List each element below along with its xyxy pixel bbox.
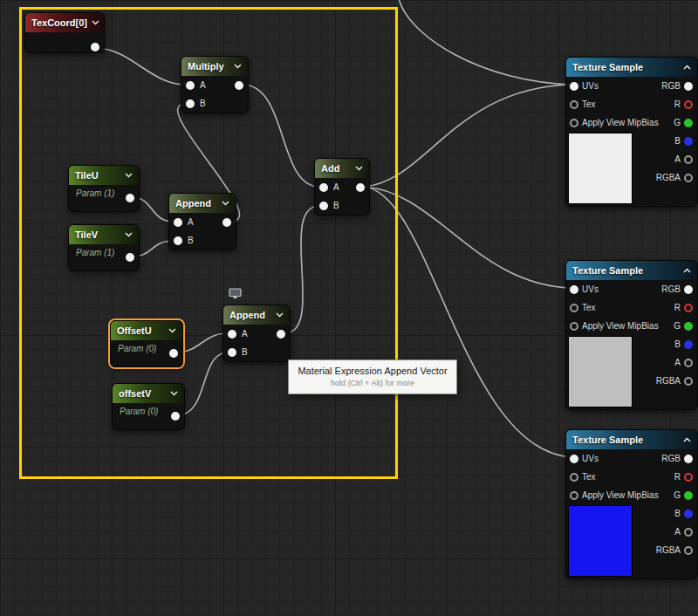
texture-preview[interactable]	[568, 336, 633, 407]
node-header[interactable]: offsetV	[113, 384, 184, 403]
output-pin-rgba[interactable]	[684, 546, 693, 555]
node-texture-sample-3[interactable]: Texture Sample UVs RGB Tex R Apply View …	[565, 429, 698, 579]
node-header[interactable]: TexCoord[0]	[25, 13, 104, 32]
texture-preview[interactable]	[568, 505, 633, 577]
node-header[interactable]: TileU	[69, 166, 139, 185]
output-pin-rgba[interactable]	[684, 377, 693, 386]
input-pin-tex[interactable]	[570, 473, 578, 482]
pin-row-b: B	[181, 94, 248, 113]
input-pin-mipbias[interactable]	[570, 491, 578, 500]
node-header[interactable]: Texture Sample	[566, 430, 697, 449]
input-pin-b[interactable]	[228, 348, 236, 357]
pin-label-rgb: RGB	[661, 284, 681, 294]
pin-row-a: A	[223, 325, 290, 343]
output-pin-r[interactable]	[684, 473, 693, 482]
pin-label-a: A	[242, 329, 248, 339]
input-pin-tex[interactable]	[570, 100, 578, 109]
input-pin-b[interactable]	[174, 236, 182, 245]
output-pin-a[interactable]	[684, 528, 693, 537]
output-pin-rgb[interactable]	[684, 285, 693, 294]
node-texcoord[interactable]: TexCoord[0]	[24, 12, 105, 53]
chevron-down-icon[interactable]	[222, 201, 229, 206]
output-pin-b[interactable]	[684, 510, 693, 518]
output-pin[interactable]	[235, 81, 243, 90]
node-append-offset[interactable]: Append A B	[222, 305, 291, 362]
output-pin[interactable]	[169, 349, 178, 358]
input-pin-a[interactable]	[228, 330, 236, 339]
node-title: Add	[321, 163, 339, 174]
output-pin[interactable]	[277, 330, 285, 339]
node-header[interactable]: Texture Sample	[566, 261, 697, 280]
output-pin[interactable]	[126, 194, 134, 202]
input-pin-uvs[interactable]	[570, 455, 578, 463]
output-pin-r[interactable]	[684, 304, 693, 312]
chevron-down-icon[interactable]	[355, 166, 363, 171]
chevron-up-icon[interactable]	[683, 437, 691, 442]
output-pin-rgb[interactable]	[684, 455, 693, 463]
chevron-down-icon[interactable]	[170, 391, 178, 396]
node-add[interactable]: Add A B	[314, 158, 370, 216]
node-header[interactable]: Append	[223, 305, 290, 325]
output-pin-g[interactable]	[684, 119, 693, 127]
input-pin-uvs[interactable]	[570, 285, 578, 294]
pin-label-b: B	[200, 99, 206, 108]
node-texture-sample-2[interactable]: Texture Sample UVs RGB Tex R Apply View …	[565, 260, 698, 410]
node-title: TexCoord[0]	[31, 17, 87, 28]
node-tileu[interactable]: TileU Param (1)	[68, 165, 140, 212]
node-header[interactable]: Append	[169, 194, 236, 213]
node-texture-sample-1[interactable]: Texture Sample UVs RGB Tex R Apply View …	[565, 57, 698, 207]
pin-label-uvs: UVs	[582, 454, 599, 463]
pin-label-uvs: UVs	[582, 284, 599, 294]
input-pin-mipbias[interactable]	[570, 322, 578, 331]
chevron-up-icon[interactable]	[683, 65, 691, 70]
node-header[interactable]: Multiply	[181, 57, 248, 76]
input-pin-uvs[interactable]	[570, 82, 578, 91]
chevron-down-icon[interactable]	[125, 232, 133, 237]
pin-label-a: A	[200, 80, 206, 90]
node-header[interactable]: TileV	[69, 225, 139, 244]
output-pin[interactable]	[171, 412, 180, 421]
node-header[interactable]: Texture Sample	[566, 58, 697, 77]
input-pin-mipbias[interactable]	[570, 119, 578, 127]
output-pin[interactable]	[356, 183, 365, 192]
pin-label-a: A	[674, 154, 681, 164]
input-pin-a[interactable]	[319, 183, 328, 192]
input-pin-tex[interactable]	[570, 304, 578, 312]
node-append-tile[interactable]: Append A B	[168, 193, 236, 250]
output-pin-a[interactable]	[684, 155, 693, 164]
output-pin-rgba[interactable]	[684, 174, 693, 182]
output-pin-b[interactable]	[684, 137, 693, 146]
material-graph-canvas[interactable]: TexCoord[0] Multiply A B TileU Param (1)	[0, 0, 698, 616]
pin-row-tex-r: Tex R	[566, 298, 697, 317]
chevron-down-icon[interactable]	[234, 64, 242, 69]
output-pin[interactable]	[91, 43, 99, 51]
pin-label-r: R	[674, 472, 681, 482]
node-header[interactable]: OffsetU	[111, 321, 182, 340]
input-pin-a[interactable]	[174, 218, 182, 227]
output-pin-g[interactable]	[684, 322, 693, 331]
input-pin-b[interactable]	[186, 99, 195, 108]
node-tilev[interactable]: TileV Param (1)	[68, 224, 140, 271]
node-header[interactable]: Add	[315, 159, 369, 178]
texture-preview[interactable]	[568, 133, 633, 204]
chevron-down-icon[interactable]	[276, 312, 284, 318]
output-pin[interactable]	[126, 253, 134, 262]
pin-row-a: A	[315, 178, 369, 196]
node-offsetv[interactable]: offsetV Param (0)	[112, 383, 185, 430]
node-offsetu[interactable]: OffsetU Param (0)	[110, 320, 183, 367]
output-pin-a[interactable]	[684, 359, 693, 367]
output-pin-r[interactable]	[684, 100, 693, 109]
chevron-down-icon[interactable]	[92, 20, 99, 25]
chevron-down-icon[interactable]	[125, 173, 133, 178]
input-pin-a[interactable]	[186, 81, 195, 90]
pin-label-tex: Tex	[582, 472, 596, 482]
output-pin-b[interactable]	[684, 340, 693, 349]
output-pin[interactable]	[222, 218, 231, 227]
pin-label-a: A	[188, 217, 194, 227]
chevron-down-icon[interactable]	[168, 328, 176, 333]
chevron-up-icon[interactable]	[683, 268, 691, 273]
node-multiply[interactable]: Multiply A B	[181, 56, 249, 113]
output-pin-rgb[interactable]	[684, 82, 693, 91]
output-pin-g[interactable]	[684, 491, 693, 500]
input-pin-b[interactable]	[319, 202, 328, 210]
